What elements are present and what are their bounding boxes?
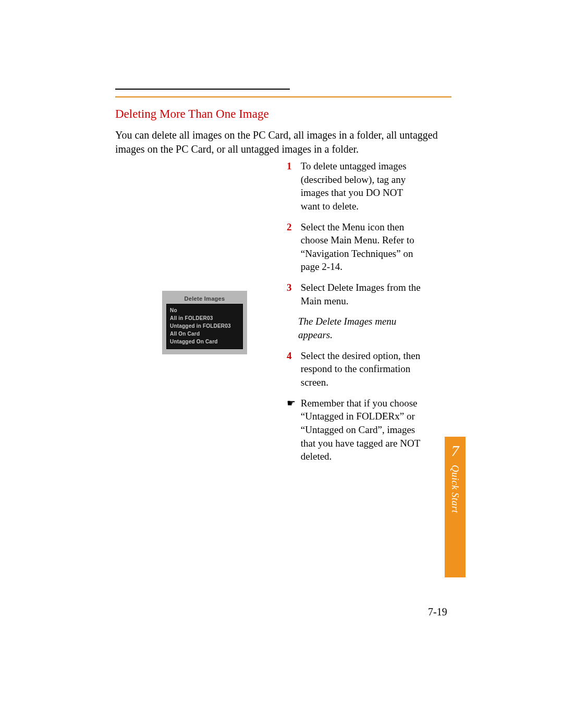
result-note: The Delete Images menu appears. <box>298 315 419 341</box>
step-4: 4 Select the desired option, then respon… <box>287 349 422 389</box>
step-3: 3 Select Delete Images from the Main men… <box>287 281 422 307</box>
section-title: Deleting More Than One Image <box>115 107 269 121</box>
intro-paragraph: You can delete all images on the PC Card… <box>115 128 451 156</box>
step-text: Select Delete Images from the Main menu. <box>301 281 422 307</box>
step-number: 4 <box>287 349 298 363</box>
pointer-text: Remember that if you choose “Untagged in… <box>301 397 422 463</box>
step-number: 3 <box>287 281 298 294</box>
menu-item: Untagged On Card <box>170 338 239 346</box>
header-rule-orange <box>115 96 451 97</box>
menu-item: Untagged in FOLDER03 <box>170 322 239 330</box>
steps-column: 1 To delete untagged images (described b… <box>287 159 422 471</box>
delete-images-menu-figure: Delete Images No All in FOLDER03 Untagge… <box>162 291 247 354</box>
figure-title: Delete Images <box>162 293 247 304</box>
step-text: To delete untagged images (described bel… <box>301 159 422 213</box>
step-number: 1 <box>287 159 298 173</box>
header-rule-black <box>115 89 290 90</box>
step-text: Select the desired option, then respond … <box>301 349 422 389</box>
step-2: 2 Select the Menu icon then choose Main … <box>287 220 422 274</box>
chapter-label: Quick Start <box>449 465 461 513</box>
figure-menu: No All in FOLDER03 Untagged in FOLDER03 … <box>166 304 243 349</box>
page-number: 7-19 <box>428 606 447 618</box>
pointer-icon: ☛ <box>287 397 298 410</box>
step-1: 1 To delete untagged images (described b… <box>287 159 422 213</box>
step-number: 2 <box>287 220 298 234</box>
chapter-number: 7 <box>445 437 466 460</box>
menu-item: All On Card <box>170 330 239 338</box>
note-pointer: ☛ Remember that if you choose “Untagged … <box>287 397 422 463</box>
chapter-side-tab: 7 Quick Start <box>445 437 466 577</box>
menu-item: All in FOLDER03 <box>170 314 239 322</box>
menu-item: No <box>170 306 239 314</box>
step-text: Select the Menu icon then choose Main Me… <box>301 220 422 274</box>
page: Deleting More Than One Image You can del… <box>0 0 563 728</box>
